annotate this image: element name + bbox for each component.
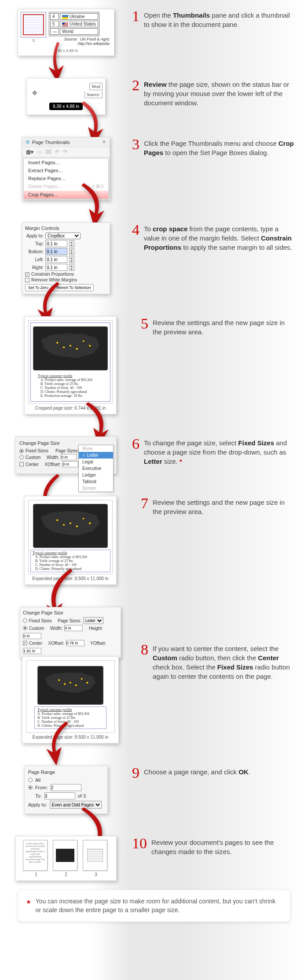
yoffset-input[interactable] <box>23 648 41 654</box>
from-input[interactable] <box>51 784 81 791</box>
xoffset-input[interactable] <box>62 461 78 467</box>
spinner-icon[interactable]: ▴▾ <box>69 248 74 255</box>
screenshot-preview-expanded: Typical customer profile A. Product sale… <box>24 496 117 585</box>
map-preview <box>33 326 108 370</box>
apply-to-select[interactable]: Even and Odd Pages <box>50 801 102 809</box>
asterisk-icon: * <box>27 897 30 914</box>
tool-icon[interactable]: ▭ <box>37 149 42 155</box>
flag-ukraine-icon <box>62 15 68 19</box>
remove-margins-checkbox[interactable] <box>25 278 29 282</box>
step-7-row: Typical customer profile A. Product sale… <box>0 496 308 585</box>
screenshot-page-range: Page Range All From: To: of 3 Apply to: … <box>24 766 108 814</box>
step-text: Review your document's pages to see the … <box>151 836 295 856</box>
constrain-checkbox[interactable] <box>25 272 29 277</box>
size-tooltip: 9.39 x 4.88 in <box>49 103 83 110</box>
to-input[interactable] <box>44 792 75 799</box>
step-text: To crop space from the page contents, ty… <box>144 222 295 252</box>
screenshot-final-thumbnails: Lorem ipsum dolor sit amet text content … <box>15 836 117 881</box>
step-text: Choose a page range, and click OK. <box>144 766 250 777</box>
step-number: 6 <box>132 436 139 451</box>
step-number: 2 <box>132 78 139 93</box>
dropdown-screen: Screen <box>79 485 113 492</box>
step-4-row: Margin Controls Apply to:CropBox Top:▴▾ … <box>0 222 308 294</box>
set-zero-button[interactable]: Set To Zero <box>25 284 51 291</box>
screenshot-thumbnails-menu: ⧉ Page Thumbnails ✕ ▦▾ ▭ ⌧ ↶ ↷ Insert Pa… <box>22 137 110 200</box>
fixed-sizes-radio[interactable] <box>19 449 24 453</box>
menu-extract-pages[interactable]: Extract Pages… <box>24 166 108 174</box>
menu-icon[interactable]: ▦▾ <box>26 149 33 155</box>
step-10-row: Lorem ipsum dolor sit amet text content … <box>0 836 308 881</box>
xoffset-input[interactable] <box>66 640 84 646</box>
close-icon[interactable]: ✕ <box>102 139 106 145</box>
right-input[interactable] <box>45 264 67 271</box>
revert-button[interactable]: Revert To Selection <box>53 284 94 291</box>
screenshot-thumbnails-pane: 3 4 Ukraine 5 United States —World Sourc… <box>18 9 114 56</box>
page-size-dropdown[interactable]: None ✓ Letter Legal Executive Ledger Tab… <box>78 445 114 492</box>
asterisk-icon: * <box>180 458 182 465</box>
tool-icon[interactable]: ⌧ <box>45 149 51 155</box>
map-preview <box>37 666 103 705</box>
width-input[interactable] <box>61 454 77 460</box>
fixed-sizes-radio[interactable] <box>23 618 27 623</box>
center-checkbox[interactable] <box>19 462 24 466</box>
dropdown-ledger[interactable]: Ledger <box>79 472 113 478</box>
section-title: Page Range <box>28 769 104 775</box>
flag-us-icon <box>62 22 68 26</box>
step-text: Review the settings and the new page siz… <box>153 316 295 337</box>
custom-radio[interactable] <box>23 626 27 630</box>
left-input[interactable] <box>45 256 67 263</box>
step-number: 5 <box>141 316 148 331</box>
width-input[interactable] <box>64 625 83 631</box>
screenshot-change-page-size-custom: Change Page Size Fixed Sizes Page Sizes:… <box>20 607 121 658</box>
step-2-row: Worl Source: ✥ 9.39 x 4.88 in 2 Review t… <box>0 78 308 115</box>
step-8-row: Change Page Size Fixed Sizes Page Sizes:… <box>0 607 308 743</box>
screenshot-margin-controls: Margin Controls Apply to:CropBox Top:▴▾ … <box>22 222 110 294</box>
step-3-row: ⧉ Page Thumbnails ✕ ▦▾ ▭ ⌧ ↶ ↷ Insert Pa… <box>0 137 308 200</box>
step-number: 9 <box>132 766 139 780</box>
panel-title: Page Thumbnails <box>32 140 70 145</box>
all-radio[interactable] <box>28 778 33 782</box>
footnote: * You can increase the page size to make… <box>18 890 290 922</box>
height-input[interactable] <box>23 633 41 639</box>
menu-replace-pages[interactable]: Replace Pages… <box>24 174 108 182</box>
spinner-icon[interactable]: ▴▾ <box>69 264 74 271</box>
footnote-text: You can increase the page size to make r… <box>36 897 281 914</box>
page-size-caption: Expanded page size: 8.500 x 11.000 in <box>28 576 113 581</box>
menu-insert-pages[interactable]: Insert Pages… <box>24 159 108 166</box>
dropdown-letter[interactable]: ✓ Letter <box>79 452 113 459</box>
step-number: 4 <box>132 222 139 237</box>
screenshot-change-page-size: Change Page Size Fixed Sizes Page Sizes:… <box>15 436 117 474</box>
context-menu: Insert Pages… Extract Pages… Replace Pag… <box>23 158 109 199</box>
step-9-row: Page Range All From: To: of 3 Apply to: … <box>0 766 308 814</box>
from-radio[interactable] <box>28 785 33 790</box>
rotate-left-icon[interactable]: ↶ <box>55 149 59 155</box>
step-text: Review the settings and the new page siz… <box>153 496 295 516</box>
step-text: If you want to center the content, selec… <box>153 642 295 681</box>
center-checkbox[interactable] <box>23 641 27 645</box>
rotate-right-icon[interactable]: ↷ <box>63 149 67 155</box>
step-text: Open the Thumbnails pane and click a thu… <box>144 9 295 29</box>
step-5-row: Typical customer profile A. Product sale… <box>0 316 308 414</box>
dropdown-legal[interactable]: Legal <box>79 459 113 465</box>
dropdown-tabloid[interactable]: Tabloid <box>79 478 113 485</box>
bottom-input[interactable] <box>45 248 67 255</box>
page-size-caption: Cropped page size: 6.744 x 6.981 in <box>28 406 113 410</box>
step-text: Click the Page Thumbnails menu and choos… <box>144 137 295 157</box>
step-number: 1 <box>132 9 139 24</box>
spinner-icon[interactable]: ▴▾ <box>69 256 74 263</box>
page-size-label: 9.39 x 4.88 in <box>21 48 111 53</box>
custom-radio[interactable] <box>19 455 24 459</box>
screenshot-preview-centered: Typical customer profile A. Product sale… <box>22 656 119 743</box>
menu-crop-pages[interactable]: Crop Pages… <box>24 191 108 199</box>
page-sizes-select[interactable]: Letter <box>83 617 103 624</box>
apply-to-select[interactable]: CropBox <box>45 233 81 239</box>
step-number: 8 <box>141 642 148 657</box>
dropdown-executive[interactable]: Executive <box>79 465 113 472</box>
step-number: 3 <box>132 137 139 152</box>
step-number: 7 <box>141 496 148 511</box>
top-input[interactable] <box>45 240 67 247</box>
screenshot-page-size-tooltip: Worl Source: ✥ 9.39 x 4.88 in <box>26 78 106 115</box>
screenshot-preview-cropped: Typical customer profile A. Product sale… <box>24 316 117 414</box>
section-title: Change Page Size <box>23 610 118 615</box>
spinner-icon[interactable]: ▴▾ <box>69 240 74 247</box>
